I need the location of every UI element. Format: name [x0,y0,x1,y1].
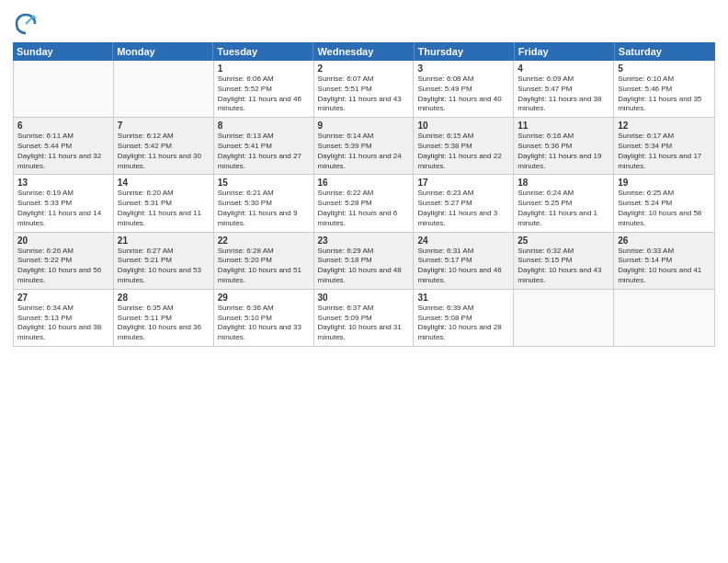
calendar-cell: 8Sunrise: 6:13 AMSunset: 5:41 PMDaylight… [214,118,314,174]
day-number: 3 [417,63,509,74]
day-number: 25 [518,236,609,246]
cell-info: Sunrise: 6:29 AMSunset: 5:18 PMDaylight:… [318,247,410,286]
cell-info: Sunrise: 6:19 AMSunset: 5:33 PMDaylight:… [17,189,109,228]
page-header [13,9,715,37]
calendar-cell: 3Sunrise: 6:08 AMSunset: 5:49 PMDaylight… [414,61,514,117]
calendar-cell: 12Sunrise: 6:17 AMSunset: 5:34 PMDayligh… [614,118,714,174]
calendar-cell: 22Sunrise: 6:28 AMSunset: 5:20 PMDayligh… [214,233,314,289]
cell-info: Sunrise: 6:11 AMSunset: 5:44 PMDaylight:… [17,132,109,171]
weekday-header-saturday: Saturday [615,42,715,61]
day-number: 8 [218,121,310,131]
calendar-cell: 25Sunrise: 6:32 AMSunset: 5:15 PMDayligh… [514,233,614,289]
day-number: 30 [318,293,410,303]
cell-info: Sunrise: 6:10 AMSunset: 5:46 PMDaylight:… [618,75,711,114]
calendar-cell: 5Sunrise: 6:10 AMSunset: 5:46 PMDaylight… [614,61,714,117]
cell-info: Sunrise: 6:16 AMSunset: 5:36 PMDaylight:… [518,132,609,171]
day-number: 29 [218,293,310,303]
weekday-header-thursday: Thursday [415,42,515,61]
day-number: 5 [618,63,711,74]
day-number: 1 [218,63,310,74]
logo [13,9,40,37]
cell-info: Sunrise: 6:35 AMSunset: 5:11 PMDaylight:… [118,304,210,343]
calendar-cell: 20Sunrise: 6:26 AMSunset: 5:22 PMDayligh… [14,233,114,289]
cell-info: Sunrise: 6:15 AMSunset: 5:38 PMDaylight:… [417,132,509,171]
cell-info: Sunrise: 6:33 AMSunset: 5:14 PMDaylight:… [618,247,711,286]
day-number: 27 [17,293,109,303]
calendar-cell: 31Sunrise: 6:39 AMSunset: 5:08 PMDayligh… [414,290,514,346]
cell-info: Sunrise: 6:36 AMSunset: 5:10 PMDaylight:… [218,304,310,343]
cell-info: Sunrise: 6:22 AMSunset: 5:28 PMDaylight:… [318,189,410,228]
day-number: 26 [618,236,711,246]
weekday-header-wednesday: Wednesday [313,42,414,61]
day-number: 12 [618,121,711,131]
calendar-cell: 13Sunrise: 6:19 AMSunset: 5:33 PMDayligh… [14,175,114,231]
calendar-week-4: 20Sunrise: 6:26 AMSunset: 5:22 PMDayligh… [14,233,714,290]
day-number: 13 [17,178,109,188]
weekday-header-monday: Monday [113,42,213,61]
day-number: 10 [417,121,509,131]
calendar-cell [14,61,114,117]
calendar-cell: 26Sunrise: 6:33 AMSunset: 5:14 PMDayligh… [614,233,714,289]
calendar-cell: 30Sunrise: 6:37 AMSunset: 5:09 PMDayligh… [314,290,415,346]
calendar-cell: 6Sunrise: 6:11 AMSunset: 5:44 PMDaylight… [14,118,114,174]
cell-info: Sunrise: 6:13 AMSunset: 5:41 PMDaylight:… [218,132,310,171]
day-number: 14 [118,178,210,188]
cell-info: Sunrise: 6:07 AMSunset: 5:51 PMDaylight:… [318,75,410,114]
day-number: 21 [118,236,210,246]
cell-info: Sunrise: 6:23 AMSunset: 5:27 PMDaylight:… [417,189,509,228]
day-number: 22 [218,236,310,246]
calendar-cell [514,290,614,346]
day-number: 28 [118,293,210,303]
cell-info: Sunrise: 6:12 AMSunset: 5:42 PMDaylight:… [118,132,210,171]
calendar-week-3: 13Sunrise: 6:19 AMSunset: 5:33 PMDayligh… [14,175,714,232]
calendar-cell: 14Sunrise: 6:20 AMSunset: 5:31 PMDayligh… [114,175,214,231]
calendar-cell [114,61,214,117]
calendar-cell: 18Sunrise: 6:24 AMSunset: 5:25 PMDayligh… [514,175,614,231]
calendar-cell: 17Sunrise: 6:23 AMSunset: 5:27 PMDayligh… [414,175,514,231]
weekday-header-friday: Friday [515,42,615,61]
calendar-cell: 19Sunrise: 6:25 AMSunset: 5:24 PMDayligh… [614,175,714,231]
weekday-header-sunday: Sunday [13,42,113,61]
calendar-cell: 15Sunrise: 6:21 AMSunset: 5:30 PMDayligh… [214,175,314,231]
calendar-cell: 29Sunrise: 6:36 AMSunset: 5:10 PMDayligh… [214,290,314,346]
calendar-cell: 28Sunrise: 6:35 AMSunset: 5:11 PMDayligh… [114,290,214,346]
day-number: 6 [17,121,109,131]
calendar-cell: 2Sunrise: 6:07 AMSunset: 5:51 PMDaylight… [314,61,415,117]
day-number: 31 [417,293,509,303]
weekday-header-tuesday: Tuesday [213,42,313,61]
day-number: 15 [218,178,310,188]
day-number: 20 [17,236,109,246]
calendar-cell: 23Sunrise: 6:29 AMSunset: 5:18 PMDayligh… [314,233,415,289]
cell-info: Sunrise: 6:06 AMSunset: 5:52 PMDaylight:… [218,75,310,114]
cell-info: Sunrise: 6:31 AMSunset: 5:17 PMDaylight:… [417,247,509,286]
calendar-cell: 9Sunrise: 6:14 AMSunset: 5:39 PMDaylight… [314,118,415,174]
cell-info: Sunrise: 6:14 AMSunset: 5:39 PMDaylight:… [318,132,410,171]
day-number: 24 [417,236,509,246]
day-number: 4 [518,63,609,74]
cell-info: Sunrise: 6:20 AMSunset: 5:31 PMDaylight:… [118,189,210,228]
cell-info: Sunrise: 6:37 AMSunset: 5:09 PMDaylight:… [318,304,410,343]
calendar-cell: 16Sunrise: 6:22 AMSunset: 5:28 PMDayligh… [314,175,415,231]
day-number: 17 [417,178,509,188]
day-number: 11 [518,121,609,131]
day-number: 23 [318,236,410,246]
calendar-week-2: 6Sunrise: 6:11 AMSunset: 5:44 PMDaylight… [14,118,714,175]
cell-info: Sunrise: 6:09 AMSunset: 5:47 PMDaylight:… [518,75,609,114]
cell-info: Sunrise: 6:34 AMSunset: 5:13 PMDaylight:… [17,304,109,343]
calendar-header: SundayMondayTuesdayWednesdayThursdayFrid… [13,42,715,61]
cell-info: Sunrise: 6:39 AMSunset: 5:08 PMDaylight:… [417,304,509,343]
cell-info: Sunrise: 6:21 AMSunset: 5:30 PMDaylight:… [218,189,310,228]
calendar-cell: 27Sunrise: 6:34 AMSunset: 5:13 PMDayligh… [14,290,114,346]
calendar-cell: 24Sunrise: 6:31 AMSunset: 5:17 PMDayligh… [414,233,514,289]
cell-info: Sunrise: 6:27 AMSunset: 5:21 PMDaylight:… [118,247,210,286]
cell-info: Sunrise: 6:26 AMSunset: 5:22 PMDaylight:… [17,247,109,286]
cell-info: Sunrise: 6:32 AMSunset: 5:15 PMDaylight:… [518,247,609,286]
cell-info: Sunrise: 6:08 AMSunset: 5:49 PMDaylight:… [417,75,509,114]
cell-info: Sunrise: 6:25 AMSunset: 5:24 PMDaylight:… [618,189,711,228]
calendar-body: 1Sunrise: 6:06 AMSunset: 5:52 PMDaylight… [13,61,715,347]
calendar-cell: 10Sunrise: 6:15 AMSunset: 5:38 PMDayligh… [414,118,514,174]
calendar-week-1: 1Sunrise: 6:06 AMSunset: 5:52 PMDaylight… [14,61,714,118]
cell-info: Sunrise: 6:17 AMSunset: 5:34 PMDaylight:… [618,132,711,171]
logo-icon [13,11,39,37]
day-number: 19 [618,178,711,188]
